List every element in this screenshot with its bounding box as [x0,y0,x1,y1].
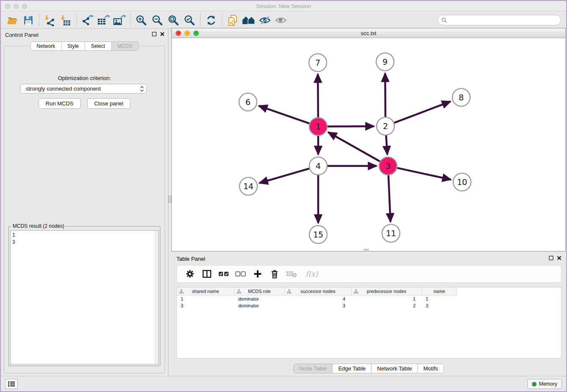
open-session-button[interactable] [4,14,20,27]
node-label-1: 1 [316,122,321,131]
splitpane-grip-horizontal[interactable] [364,249,369,251]
cytoscape-window: Session: New Session [0,0,567,392]
trash-icon [270,269,279,279]
table-settings-button[interactable] [184,268,195,279]
houses-icon [242,15,256,26]
tab-style[interactable]: Style [61,42,85,50]
memory-status-icon [532,382,537,386]
save-floppy-icon [23,15,33,25]
toolbar-separator [77,14,77,27]
float-panel-icon[interactable] [152,32,157,36]
hide-details-button[interactable] [257,14,273,27]
control-panel-tabs: Network Style Select MCDS [30,41,138,51]
network-graph[interactable]: 1234678910111415 [172,38,565,251]
plus-icon [253,269,262,279]
zoom-selected-button[interactable] [182,14,198,27]
control-panel-title: Control Panel [5,32,39,38]
show-columns-button[interactable] [201,268,212,279]
console-button[interactable] [5,379,18,389]
deselect-all-button[interactable] [235,268,246,279]
node-label-8: 8 [459,93,464,102]
export-image-button[interactable] [112,14,128,27]
attribute-type-icon [179,289,184,294]
close-panel-button[interactable]: Close panel [87,98,131,109]
criterion-dropdown[interactable]: strongly connected component [20,84,147,94]
select-all-button[interactable] [218,268,229,279]
col-header-predecessor-nodes[interactable]: predecessor nodes [352,287,422,295]
network-frame-titlebar[interactable]: ✕ − + scc.txt [172,28,565,38]
mcds-result-text[interactable]: 1 3 [10,230,159,364]
show-details-button[interactable] [273,14,289,27]
import-table-button[interactable] [58,14,74,27]
search-input[interactable] [447,17,561,23]
node-table[interactable]: shared name MCDS role [176,287,561,359]
clone-network-button[interactable] [225,14,241,27]
clone-network-icon [227,14,239,27]
col-header-name[interactable]: name [422,287,457,295]
tab-network[interactable]: Network [30,42,61,50]
edge-4-14[interactable] [259,168,309,183]
node-label-11: 11 [386,229,396,238]
apply-layout-button[interactable] [203,14,219,27]
close-panel-icon[interactable] [160,32,165,36]
result-scrollbar[interactable] [155,231,158,364]
main-toolbar [1,12,566,29]
edge-3-11[interactable] [388,175,391,222]
tab-mcds[interactable]: MCDS [111,42,138,50]
window-title: Session: New Session [1,3,566,9]
splitpane-grip-vertical[interactable] [168,196,171,203]
tab-network-table[interactable]: Network Table [372,364,418,373]
table-tabs: Node Table Edge Table Network Table Moti… [171,364,566,373]
zoom-in-button[interactable] [133,14,149,27]
edge-1-6[interactable] [259,106,309,124]
float-table-panel-icon[interactable] [549,256,553,260]
edge-3-1[interactable] [328,132,380,161]
delete-columns-button[interactable] [269,268,280,279]
tab-node-table[interactable]: Node Table [294,364,333,373]
cell-successor-nodes: 4 [285,295,352,302]
create-column-button[interactable] [252,268,263,279]
delete-table-button[interactable] [286,268,297,279]
node-label-10: 10 [457,177,467,187]
criterion-dropdown-value: strongly connected component [26,86,101,92]
toolbar-separator [130,14,131,27]
edge-1-7[interactable] [318,74,318,117]
network-canvas[interactable]: 1234678910111415 [172,38,565,251]
edge-2-8[interactable] [394,102,451,123]
toolbar-separator [200,14,201,27]
edge-1-2[interactable] [328,126,374,127]
import-network-button[interactable] [42,14,58,27]
function-builder-button[interactable]: f(x) [303,268,321,279]
neighbors-button[interactable] [241,14,257,27]
tab-edge-table[interactable]: Edge Table [333,364,372,373]
col-header-mcds-role[interactable]: MCDS role [234,287,285,295]
table-row[interactable]: 3 dominator 3 2 3 [177,302,561,309]
attribute-type-icon [287,289,292,294]
toolbar-separator [39,14,39,27]
zoom-fit-icon [168,14,179,26]
search-box[interactable] [438,15,561,25]
table-row[interactable]: 1 dominator 4 1 1 [177,295,561,302]
node-label-15: 15 [313,230,323,239]
node-label-2: 2 [383,121,388,131]
edge-2-3[interactable] [386,135,387,155]
save-session-button[interactable] [20,14,36,27]
toolbar-separator [222,14,222,27]
zoom-out-button[interactable] [149,14,165,27]
run-mcds-button[interactable]: Run MCDS [39,98,81,109]
node-label-3: 3 [385,161,391,171]
tab-motifs[interactable]: Motifs [418,364,443,373]
export-table-button[interactable] [96,14,112,27]
close-table-panel-icon[interactable] [557,256,561,260]
memory-button[interactable]: Memory [527,379,562,389]
export-network-button[interactable] [80,14,96,27]
edge-2-9[interactable] [385,73,385,117]
delete-table-icon [286,270,297,278]
control-panel: Control Panel Network Style Select MCDS … [1,29,168,376]
tab-select[interactable]: Select [85,42,111,50]
col-header-shared-name[interactable]: shared name [177,287,234,295]
edge-3-10[interactable] [397,168,451,180]
network-view-frame: ✕ − + scc.txt 1234678910111415 [171,28,566,251]
col-header-successor-nodes[interactable]: successor nodes [285,287,352,295]
zoom-fit-button[interactable] [165,14,182,27]
